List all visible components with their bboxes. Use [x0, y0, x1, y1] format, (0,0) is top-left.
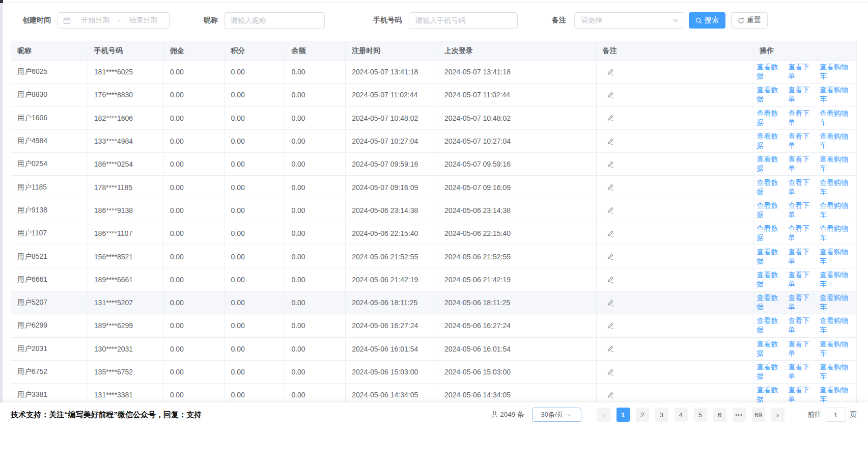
pager-page-69[interactable]: 69 — [752, 408, 765, 422]
view-orders-link[interactable]: 查看下单 — [788, 86, 815, 104]
view-cart-link[interactable]: 查看购物车 — [820, 109, 853, 127]
view-data-link[interactable]: 查看数据 — [757, 316, 783, 335]
col-header-remark: 备注 — [597, 41, 754, 60]
edit-remark-icon[interactable] — [607, 183, 614, 191]
pager-next-button[interactable]: › — [771, 408, 785, 422]
remark-select-placeholder: 请选择 — [581, 16, 602, 25]
cell-last-login: 2024-05-07 10:27:04 — [438, 130, 597, 152]
view-data-link[interactable]: 查看数据 — [757, 201, 783, 220]
view-orders-link[interactable]: 查看下单 — [788, 178, 815, 197]
edit-remark-icon[interactable] — [607, 276, 614, 283]
pager-page-3[interactable]: 3 — [655, 408, 668, 422]
view-cart-link[interactable]: 查看购物车 — [820, 340, 853, 358]
view-data-link[interactable]: 查看数据 — [757, 271, 783, 289]
edit-remark-icon[interactable] — [607, 230, 614, 237]
cell-commission: 0.00 — [164, 268, 225, 291]
pager-page-5[interactable]: 5 — [694, 408, 707, 422]
view-data-link[interactable]: 查看数据 — [757, 293, 783, 312]
view-orders-link[interactable]: 查看下单 — [788, 224, 815, 243]
view-orders-link[interactable]: 查看下单 — [788, 386, 815, 404]
cell-register-time: 2024-05-06 16:27:24 — [346, 314, 438, 337]
view-data-link[interactable]: 查看数据 — [757, 86, 783, 104]
edit-remark-icon[interactable] — [607, 206, 614, 214]
view-cart-link[interactable]: 查看购物车 — [820, 271, 853, 289]
view-cart-link[interactable]: 查看购物车 — [820, 63, 853, 81]
view-data-link[interactable]: 查看数据 — [757, 248, 783, 266]
view-orders-link[interactable]: 查看下单 — [788, 363, 815, 381]
view-data-link[interactable]: 查看数据 — [757, 178, 783, 197]
edit-remark-icon[interactable] — [607, 114, 614, 122]
cell-points: 0.00 — [225, 84, 286, 106]
view-data-link[interactable]: 查看数据 — [757, 386, 783, 404]
view-orders-link[interactable]: 查看下单 — [788, 248, 815, 266]
pager-more-button[interactable]: ••• — [733, 408, 746, 422]
view-orders-link[interactable]: 查看下单 — [788, 340, 815, 358]
view-data-link[interactable]: 查看数据 — [757, 109, 783, 127]
cell-register-time: 2024-05-06 23:14:38 — [346, 199, 438, 222]
pager-page-4[interactable]: 4 — [675, 408, 688, 422]
cell-phone: 176****8830 — [88, 84, 164, 106]
cell-balance: 0.00 — [285, 338, 346, 360]
edit-remark-icon[interactable] — [607, 253, 614, 260]
edit-remark-icon[interactable] — [607, 91, 614, 99]
cell-nickname: 用户1107 — [11, 222, 88, 245]
cell-actions: 查看数据 查看下单 查看购物车 — [753, 199, 856, 222]
view-orders-link[interactable]: 查看下单 — [788, 132, 815, 150]
page-size-select[interactable]: 30条/页 — [532, 408, 581, 422]
view-orders-link[interactable]: 查看下单 — [788, 155, 815, 173]
view-data-link[interactable]: 查看数据 — [757, 363, 783, 381]
edit-remark-icon[interactable] — [607, 322, 614, 330]
cell-last-login: 2024-05-06 21:52:55 — [438, 245, 597, 267]
date-range-picker[interactable]: 开始日期 - 结束日期 — [58, 12, 170, 29]
view-data-link[interactable]: 查看数据 — [757, 155, 783, 173]
table-header-row: 昵称 手机号码 佣金 积分 余额 注册时间 上次登录 备注 操作 — [11, 41, 856, 61]
pager-page-6[interactable]: 6 — [713, 408, 726, 422]
pager-page-2[interactable]: 2 — [636, 408, 649, 422]
view-cart-link[interactable]: 查看购物车 — [820, 293, 853, 312]
pager-page-1[interactable]: 1 — [617, 408, 630, 422]
view-data-link[interactable]: 查看数据 — [757, 63, 783, 81]
pager-prev-button[interactable]: ‹ — [597, 408, 610, 422]
view-orders-link[interactable]: 查看下单 — [788, 316, 815, 335]
view-data-link[interactable]: 查看数据 — [757, 132, 783, 150]
view-cart-link[interactable]: 查看购物车 — [820, 224, 853, 243]
view-data-link[interactable]: 查看数据 — [757, 340, 783, 358]
view-cart-link[interactable]: 查看购物车 — [820, 201, 853, 220]
reset-button[interactable]: 重置 — [731, 12, 768, 29]
start-date-placeholder[interactable]: 开始日期 — [75, 16, 116, 25]
view-cart-link[interactable]: 查看购物车 — [820, 386, 853, 404]
remark-select[interactable]: 请选择 — [574, 12, 684, 29]
edit-remark-icon[interactable] — [607, 391, 614, 399]
view-cart-link[interactable]: 查看购物车 — [820, 86, 853, 104]
view-cart-link[interactable]: 查看购物车 — [820, 316, 853, 335]
edit-remark-icon[interactable] — [607, 368, 614, 376]
search-button[interactable]: 搜索 — [689, 12, 725, 29]
goto-page-input[interactable] — [826, 408, 846, 422]
view-cart-link[interactable]: 查看购物车 — [820, 132, 853, 150]
view-orders-link[interactable]: 查看下单 — [788, 109, 815, 127]
nickname-input[interactable] — [224, 12, 325, 29]
edit-remark-icon[interactable] — [607, 138, 614, 145]
view-orders-link[interactable]: 查看下单 — [788, 201, 815, 220]
view-orders-link[interactable]: 查看下单 — [788, 63, 815, 81]
phone-input[interactable] — [409, 12, 518, 29]
cell-actions: 查看数据 查看下单 查看购物车 — [753, 245, 856, 267]
cell-nickname: 用户8521 — [11, 245, 88, 267]
cell-phone: 135****6752 — [88, 361, 164, 383]
end-date-placeholder[interactable]: 结束日期 — [123, 16, 164, 25]
view-data-link[interactable]: 查看数据 — [757, 224, 783, 243]
cell-last-login: 2024-05-07 10:48:02 — [438, 107, 597, 129]
edit-remark-icon[interactable] — [607, 299, 614, 307]
view-cart-link[interactable]: 查看购物车 — [820, 178, 853, 197]
view-orders-link[interactable]: 查看下单 — [788, 293, 815, 312]
view-cart-link[interactable]: 查看购物车 — [820, 155, 853, 173]
table-row: 用户2031 130****2031 0.00 0.00 0.00 2024-0… — [11, 338, 856, 361]
view-cart-link[interactable]: 查看购物车 — [820, 248, 853, 266]
table-row: 用户6299 189****6299 0.00 0.00 0.00 2024-0… — [11, 314, 856, 337]
view-orders-link[interactable]: 查看下单 — [788, 271, 815, 289]
view-cart-link[interactable]: 查看购物车 — [820, 363, 853, 381]
edit-remark-icon[interactable] — [607, 68, 614, 76]
edit-remark-icon[interactable] — [607, 345, 614, 353]
pagination: 共 2049 条 30条/页 ‹ 123456•••69 › 前往 页 — [491, 408, 857, 422]
edit-remark-icon[interactable] — [607, 160, 614, 168]
